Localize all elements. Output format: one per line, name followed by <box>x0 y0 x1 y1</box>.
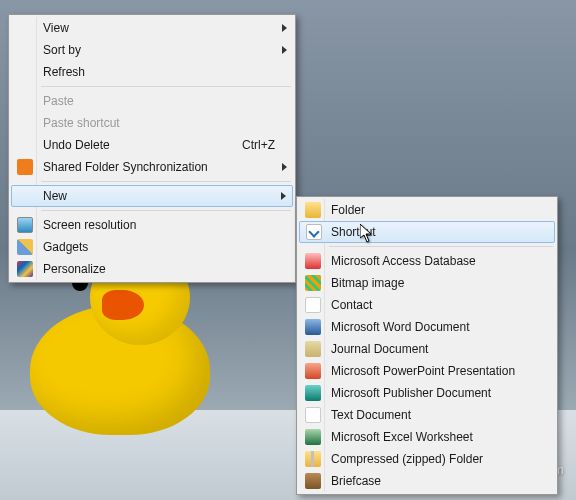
excel-icon <box>305 429 321 445</box>
menu-item-label: Folder <box>331 203 365 217</box>
submenu-item-folder[interactable]: Folder <box>299 199 555 221</box>
menu-item-label: View <box>43 21 69 35</box>
menu-separator <box>41 210 291 211</box>
shortcut-icon <box>306 224 322 240</box>
menu-item-label: Shared Folder Synchronization <box>43 160 208 174</box>
menu-item-label: Compressed (zipped) Folder <box>331 452 483 466</box>
menu-item-label: Personalize <box>43 262 106 276</box>
menu-item-label: Paste shortcut <box>43 116 120 130</box>
menu-item-paste-shortcut: Paste shortcut <box>11 112 293 134</box>
journal-icon <box>305 341 321 357</box>
submenu-item-text[interactable]: Text Document <box>299 404 555 426</box>
menu-item-label: Gadgets <box>43 240 88 254</box>
submenu-item-contact[interactable]: Contact <box>299 294 555 316</box>
menu-item-shared-sync[interactable]: Shared Folder Synchronization <box>11 156 293 178</box>
menu-item-label: Bitmap image <box>331 276 404 290</box>
menu-item-label: New <box>43 189 67 203</box>
menu-item-label: Refresh <box>43 65 85 79</box>
submenu-item-word[interactable]: Microsoft Word Document <box>299 316 555 338</box>
menu-item-label: Shortcut <box>331 225 376 239</box>
menu-item-label: Screen resolution <box>43 218 136 232</box>
menu-item-label: Microsoft Excel Worksheet <box>331 430 473 444</box>
menu-item-undo-delete[interactable]: Undo Delete Ctrl+Z <box>11 134 293 156</box>
submenu-arrow-icon <box>282 46 287 54</box>
menu-item-label: Text Document <box>331 408 411 422</box>
menu-item-view[interactable]: View <box>11 17 293 39</box>
menu-item-label: Undo Delete <box>43 138 110 152</box>
word-icon <box>305 319 321 335</box>
submenu-item-journal[interactable]: Journal Document <box>299 338 555 360</box>
menu-item-label: Microsoft PowerPoint Presentation <box>331 364 515 378</box>
text-icon <box>305 407 321 423</box>
menu-separator <box>41 86 291 87</box>
desktop-context-menu: View Sort by Refresh Paste Paste shortcu… <box>8 14 296 283</box>
menu-item-sort-by[interactable]: Sort by <box>11 39 293 61</box>
new-submenu: Folder Shortcut Microsoft Access Databas… <box>296 196 558 495</box>
submenu-item-shortcut[interactable]: Shortcut <box>299 221 555 243</box>
briefcase-icon <box>305 473 321 489</box>
menu-item-label: Microsoft Access Database <box>331 254 476 268</box>
menu-item-paste: Paste <box>11 90 293 112</box>
submenu-arrow-icon <box>282 163 287 171</box>
publisher-icon <box>305 385 321 401</box>
menu-separator <box>41 181 291 182</box>
personalize-icon <box>17 261 33 277</box>
menu-item-label: Briefcase <box>331 474 381 488</box>
menu-item-label: Paste <box>43 94 74 108</box>
menu-item-gadgets[interactable]: Gadgets <box>11 236 293 258</box>
submenu-item-access[interactable]: Microsoft Access Database <box>299 250 555 272</box>
menu-item-hotkey: Ctrl+Z <box>242 138 275 152</box>
sync-icon <box>17 159 33 175</box>
powerpoint-icon <box>305 363 321 379</box>
access-icon <box>305 253 321 269</box>
submenu-arrow-icon <box>281 192 286 200</box>
menu-item-label: Sort by <box>43 43 81 57</box>
folder-icon <box>305 202 321 218</box>
submenu-item-briefcase[interactable]: Briefcase <box>299 470 555 492</box>
menu-item-new[interactable]: New <box>11 185 293 207</box>
monitor-icon <box>17 217 33 233</box>
submenu-item-zip[interactable]: Compressed (zipped) Folder <box>299 448 555 470</box>
submenu-arrow-icon <box>282 24 287 32</box>
menu-item-refresh[interactable]: Refresh <box>11 61 293 83</box>
bitmap-icon <box>305 275 321 291</box>
contact-icon <box>305 297 321 313</box>
menu-item-label: Contact <box>331 298 372 312</box>
submenu-item-publisher[interactable]: Microsoft Publisher Document <box>299 382 555 404</box>
menu-item-personalize[interactable]: Personalize <box>11 258 293 280</box>
zip-folder-icon <box>305 451 321 467</box>
submenu-item-powerpoint[interactable]: Microsoft PowerPoint Presentation <box>299 360 555 382</box>
menu-item-label: Journal Document <box>331 342 428 356</box>
menu-item-label: Microsoft Word Document <box>331 320 470 334</box>
submenu-item-bitmap[interactable]: Bitmap image <box>299 272 555 294</box>
gadgets-icon <box>17 239 33 255</box>
menu-item-screen-resolution[interactable]: Screen resolution <box>11 214 293 236</box>
submenu-item-excel[interactable]: Microsoft Excel Worksheet <box>299 426 555 448</box>
menu-separator <box>329 246 553 247</box>
menu-item-label: Microsoft Publisher Document <box>331 386 491 400</box>
